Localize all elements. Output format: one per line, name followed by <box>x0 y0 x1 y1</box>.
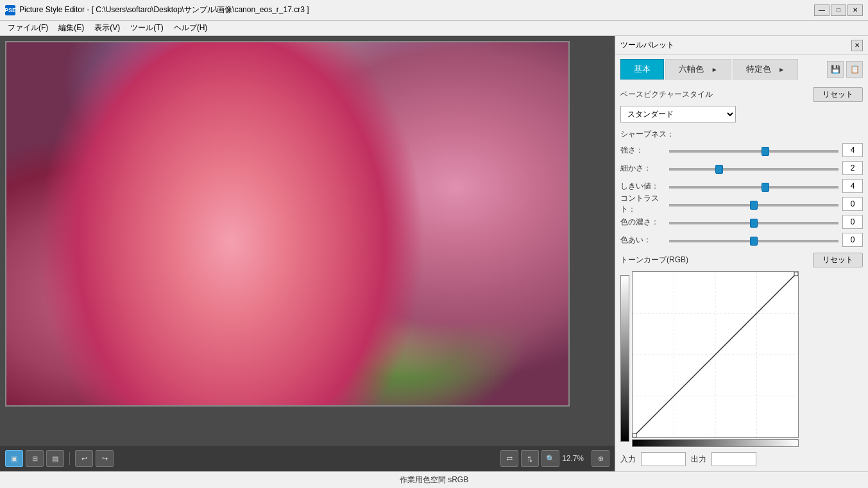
tab-bar: 基本 六軸色 ► 特定色 ► 💾 📋 <box>615 55 868 80</box>
contrast-value: 0 <box>842 197 863 211</box>
contrast-slider-row: コントラスト： 0 <box>620 196 863 212</box>
tool-palette: ツールパレット ✕ 基本 六軸色 ► 特定色 ► 💾 📋 <box>615 36 868 471</box>
image-container <box>0 36 615 446</box>
color-depth-slider-area <box>669 217 838 226</box>
fit-screen-button[interactable]: ⮁ <box>521 450 539 467</box>
curve-canvas[interactable] <box>632 271 799 438</box>
tone-curve-section: トーンカーブ(RGB) リセット <box>620 253 863 466</box>
threshold-label: しきい値： <box>620 181 665 192</box>
redo-icon: ↪ <box>102 455 108 463</box>
svg-rect-8 <box>633 433 636 437</box>
status-text: 作業用色空間 sRGB <box>400 475 468 485</box>
curve-svg <box>633 272 798 437</box>
fineness-slider-row: 細かさ： 2 <box>620 160 863 176</box>
maximize-button[interactable]: □ <box>831 4 846 16</box>
view-list-icon: ▤ <box>52 455 58 463</box>
input-field[interactable] <box>641 452 686 466</box>
tab-specific-color[interactable]: 特定色 ► <box>733 59 799 80</box>
color-depth-value: 0 <box>842 215 863 229</box>
zoom-out-icon: 🔍 <box>546 455 555 463</box>
input-label: 入力 <box>620 454 636 465</box>
fit-screen-icon: ⮁ <box>527 455 533 462</box>
image-toolbar: ▣ ⊞ ▤ ↩ ↪ ⮂ ⮁ 🔍 12 <box>0 446 615 471</box>
tone-curve-reset-button[interactable]: リセット <box>813 253 863 267</box>
view-grid-button[interactable]: ⊞ <box>26 450 44 467</box>
fineness-slider[interactable] <box>669 168 838 171</box>
image-display <box>5 41 570 407</box>
fineness-label: 細かさ： <box>620 163 665 174</box>
menu-view[interactable]: 表示(V) <box>89 21 125 35</box>
palette-close-button[interactable]: ✕ <box>851 40 863 51</box>
controls-area: ベースピクチャースタイル リセット スタンダード ポートレート 風景 ニュートラ… <box>615 80 868 471</box>
redo-button[interactable]: ↪ <box>96 450 114 467</box>
undo-icon: ↩ <box>81 455 87 463</box>
window-controls: — □ ✕ <box>814 4 863 16</box>
dropdown-wrapper: スタンダード ポートレート 風景 ニュートラル 忠実設定 モノクロ <box>620 106 863 122</box>
menu-file[interactable]: ファイル(F) <box>3 21 53 35</box>
output-label: 出力 <box>691 454 706 465</box>
title-bar: PSE Picture Style Editor - [ C:\Users\so… <box>0 0 868 21</box>
left-gradient-wrapper <box>620 275 629 442</box>
undo-button[interactable]: ↩ <box>75 450 93 467</box>
zoom-in-button[interactable]: ⊕ <box>591 450 609 467</box>
vertical-gradient-bar <box>620 275 629 442</box>
fit-width-button[interactable]: ⮂ <box>500 450 518 467</box>
contrast-slider-area <box>669 199 838 208</box>
color-tone-value: 0 <box>842 233 863 247</box>
threshold-slider-area <box>669 181 838 190</box>
view-list-button[interactable]: ▤ <box>46 450 64 467</box>
output-field[interactable] <box>711 452 756 466</box>
color-depth-slider[interactable] <box>669 222 838 224</box>
color-depth-slider-row: 色の濃さ： 0 <box>620 214 863 230</box>
input-output-row: 入力 出力 <box>620 452 863 466</box>
palette-title: ツールパレット <box>620 40 674 51</box>
threshold-slider-row: しきい値： 4 <box>620 178 863 194</box>
palette-icon-buttons: 💾 📋 <box>827 61 863 78</box>
toolbar-separator-1 <box>69 452 70 465</box>
zoom-out-button[interactable]: 🔍 <box>541 450 559 467</box>
tab-basic[interactable]: 基本 <box>620 59 664 80</box>
menu-bar: ファイル(F) 編集(E) 表示(V) ツール(T) ヘルプ(H) <box>0 21 868 36</box>
title-bar-left: PSE Picture Style Editor - [ C:\Users\so… <box>5 4 309 15</box>
strength-slider-area <box>669 146 838 155</box>
minimize-button[interactable]: — <box>814 4 830 16</box>
palette-title-bar: ツールパレット ✕ <box>615 36 868 55</box>
svg-rect-7 <box>794 272 798 276</box>
strength-slider[interactable] <box>669 150 838 153</box>
view-single-button[interactable]: ▣ <box>5 450 23 467</box>
base-style-reset-button[interactable]: リセット <box>813 87 863 102</box>
saveas-icon-button[interactable]: 📋 <box>846 61 863 78</box>
window-title: Picture Style Editor - [ C:\Users\softar… <box>19 4 309 15</box>
tone-curve-label: トーンカーブ(RGB) <box>620 255 688 265</box>
view-grid-icon: ⊞ <box>32 455 38 463</box>
contrast-slider[interactable] <box>669 204 838 206</box>
menu-help[interactable]: ヘルプ(H) <box>169 21 213 35</box>
zoom-in-icon: ⊕ <box>598 455 604 463</box>
contrast-label: コントラスト： <box>620 193 665 215</box>
sharpness-section-label: シャープネス： <box>620 129 863 140</box>
save-icon: 💾 <box>831 65 840 74</box>
picture-style-dropdown[interactable]: スタンダード ポートレート 風景 ニュートラル 忠実設定 モノクロ <box>620 106 736 122</box>
status-bar: 作業用色空間 sRGB <box>0 471 868 488</box>
menu-tools[interactable]: ツール(T) <box>125 21 168 35</box>
color-tone-slider-row: 色あい： 0 <box>620 232 863 248</box>
image-panel: ▣ ⊞ ▤ ↩ ↪ ⮂ ⮁ 🔍 12 <box>0 36 615 471</box>
tab-six-axis-arrow: ► <box>711 66 718 73</box>
threshold-slider[interactable] <box>669 186 838 189</box>
base-picture-style-label: ベースピクチャースタイル <box>620 89 713 100</box>
base-picture-style-section: ベースピクチャースタイル リセット <box>620 87 863 102</box>
curve-right-section <box>632 271 799 447</box>
view-single-icon: ▣ <box>11 455 17 463</box>
save-icon-button[interactable]: 💾 <box>827 61 844 78</box>
menu-edit[interactable]: 編集(E) <box>53 21 89 35</box>
color-tone-slider[interactable] <box>669 240 838 242</box>
threshold-value: 4 <box>842 179 863 193</box>
rose-image <box>6 42 568 405</box>
tab-specific-color-arrow: ► <box>778 66 785 73</box>
fit-width-icon: ⮂ <box>506 455 513 462</box>
saveas-icon: 📋 <box>850 65 860 74</box>
color-tone-slider-area <box>669 235 838 244</box>
tab-six-axis[interactable]: 六軸色 ► <box>665 59 731 80</box>
close-button[interactable]: ✕ <box>847 4 863 16</box>
curve-display-wrapper <box>620 271 863 447</box>
